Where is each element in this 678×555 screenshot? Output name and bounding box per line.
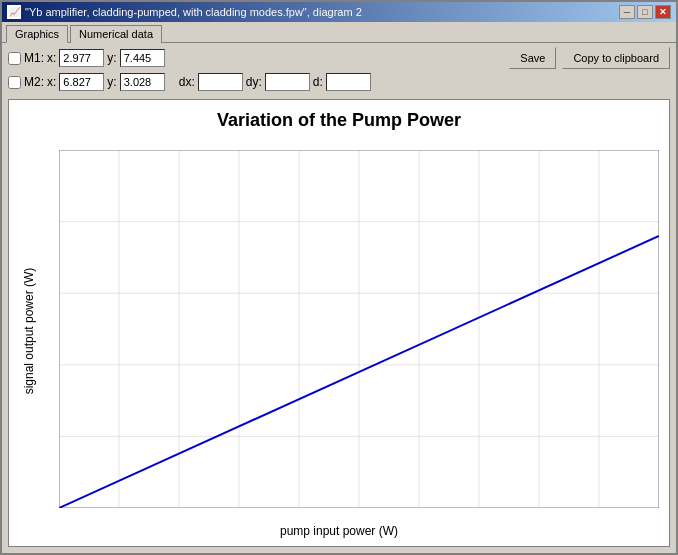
minimize-button[interactable]: ─ — [619, 5, 635, 19]
m1-x-label: x: — [47, 51, 56, 65]
title-bar-left: 📈 "Yb amplifier, cladding-pumped, with c… — [7, 5, 362, 19]
m2-y-label: y: — [107, 75, 116, 89]
dx-field[interactable] — [198, 73, 243, 91]
d-label: d: — [313, 75, 323, 89]
chart-title: Variation of the Pump Power — [9, 100, 669, 136]
copy-clipboard-button[interactable]: Copy to clipboard — [562, 47, 670, 69]
main-window: 📈 "Yb amplifier, cladding-pumped, with c… — [0, 0, 678, 555]
m1-label: M1: — [24, 51, 44, 65]
m2-x-label: x: — [47, 75, 56, 89]
m1-x-field[interactable] — [59, 49, 104, 67]
m1-y-field[interactable] — [120, 49, 165, 67]
maximize-button[interactable]: □ — [637, 5, 653, 19]
dy-field[interactable] — [265, 73, 310, 91]
close-button[interactable]: ✕ — [655, 5, 671, 19]
tabs-bar: Graphics Numerical data — [2, 22, 676, 43]
m1-y-label: y: — [107, 51, 116, 65]
m2-y-field[interactable] — [120, 73, 165, 91]
chart-container: Variation of the Pump Power signal outpu… — [8, 99, 670, 547]
window-title: "Yb amplifier, cladding-pumped, with cla… — [25, 6, 362, 18]
dx-label: dx: — [179, 75, 195, 89]
m2-row: M2: x: y: — [8, 73, 165, 91]
save-button[interactable]: Save — [509, 47, 556, 69]
x-axis-label: pump input power (W) — [9, 524, 669, 538]
m2-x-field[interactable] — [59, 73, 104, 91]
m1-row: M1: x: y: — [8, 49, 165, 67]
tab-graphics[interactable]: Graphics — [6, 25, 68, 43]
title-bar: 📈 "Yb amplifier, cladding-pumped, with c… — [2, 2, 676, 22]
m2-checkbox[interactable] — [8, 76, 21, 89]
chart-svg: 10 8 6 4 2 0 0 1 2 3 4 5 6 7 8 9 10 — [59, 150, 659, 508]
y-axis-label: signal output power (W) — [19, 150, 39, 511]
tab-numerical-data[interactable]: Numerical data — [70, 25, 162, 43]
d-fields: dx: dy: d: — [179, 73, 371, 91]
m2-label: M2: — [24, 75, 44, 89]
m1-checkbox[interactable] — [8, 52, 21, 65]
dy-label: dy: — [246, 75, 262, 89]
d-field[interactable] — [326, 73, 371, 91]
window-icon: 📈 — [7, 5, 21, 19]
title-buttons: ─ □ ✕ — [619, 5, 671, 19]
